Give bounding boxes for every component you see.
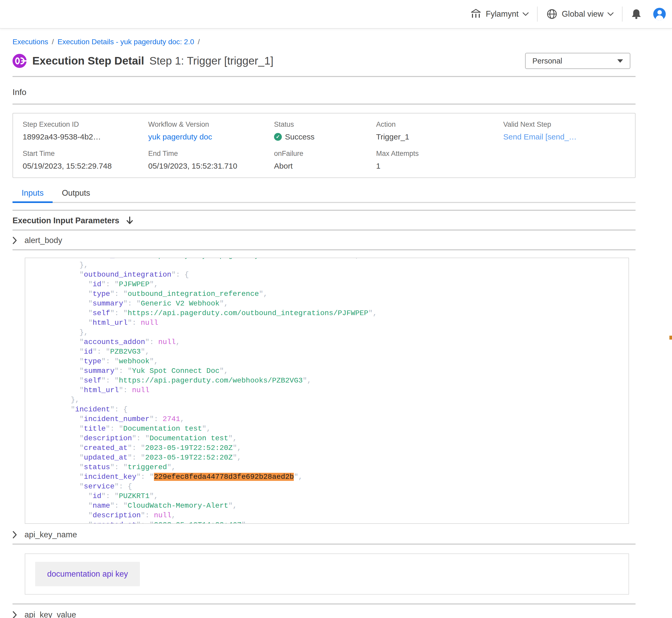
org-switcher-label: Fylamynt [486,9,519,19]
input-params-heading: Execution Input Parameters [12,216,119,225]
page-title: Execution Step Detail [32,53,144,69]
info-field-workflow-version: Workflow & Versionyuk pagerduty doc [148,120,274,141]
scope-select[interactable]: Personal [525,53,630,69]
info-field-start-time: Start Time05/19/2023, 15:52:29.748 [23,149,148,171]
api-key-name-value-box: documentation api key [25,553,629,595]
breadcrumb: Executions / Execution Details - yuk pag… [12,29,636,46]
info-field-label: End Time [148,149,274,158]
info-field-value: 1 [376,161,503,171]
section-alert-body[interactable]: alert_body [12,235,636,246]
info-field-label: Valid Next Step [503,120,635,128]
info-field-value[interactable]: yuk pagerduty doc [148,132,274,141]
tabs: InputsOutputs [12,187,636,203]
divider [12,210,636,211]
divider [12,543,636,545]
institution-icon [470,8,482,20]
org-switcher[interactable]: Fylamynt [461,8,537,20]
page-subtitle: Step 1: Trigger [trigger_1] [149,53,273,69]
info-grid: Step Execution ID18992a43-9538-4b2…Workf… [23,120,635,171]
info-field-label: Workflow & Version [148,120,274,128]
download-arrow-icon[interactable] [125,216,134,225]
top-header-bar: Fylamynt Global view [0,0,672,29]
notifications-button[interactable] [622,8,650,20]
chevron-right-icon [12,611,17,618]
input-params-heading-row: Execution Input Parameters [12,215,636,226]
info-field-label: Status [274,120,376,128]
chevron-right-icon [12,531,17,539]
step-type-icon [12,54,26,68]
section-label-alert-body: alert_body [24,236,62,245]
breadcrumb-link-execution-details[interactable]: Execution Details - yuk pagerduty doc: 2… [58,37,194,46]
info-field-step-execution-id: Step Execution ID18992a43-9538-4b2… [23,120,148,141]
info-heading: Info [12,87,636,97]
bell-icon [630,8,642,20]
tab-inputs[interactable]: Inputs [12,187,53,203]
info-field-value: 05/19/2023, 15:52:31.710 [148,161,274,171]
info-field-action: ActionTrigger_1 [376,120,503,141]
info-field-label: Action [376,120,503,128]
divider [12,76,636,77]
divider [12,229,636,230]
info-card: Step Execution ID18992a43-9538-4b2…Workf… [12,113,636,178]
title-row: Execution Step Detail Step 1: Trigger [t… [12,53,636,69]
divider [12,104,636,105]
chevron-down-icon [522,12,529,16]
section-api-key-value[interactable]: api_key_value [12,610,636,618]
divider [12,603,636,605]
avatar-head-shape [657,10,662,15]
dropdown-arrow-icon [617,59,623,63]
breadcrumb-separator: / [198,37,200,46]
info-field-valid-next-step: Valid Next StepSend Email [send_… [503,120,635,141]
success-check-icon: ✓ [274,133,282,141]
info-field-max-attempts: Max Attempts1 [376,149,503,171]
info-field-label: Start Time [23,149,148,158]
chevron-right-icon [12,236,17,244]
breadcrumb-link-executions[interactable]: Executions [12,37,48,46]
section-api-key-name[interactable]: api_key_name [12,529,636,540]
info-field-label: Max Attempts [376,149,503,158]
breadcrumb-separator: / [52,37,54,46]
chevron-down-icon [607,12,614,16]
section-label-api-key-value: api_key_value [24,610,76,618]
info-field-status: Status✓Success [274,120,376,141]
main-content: Executions / Execution Details - yuk pag… [0,29,672,618]
info-field-value: Trigger_1 [376,132,503,141]
api-key-name-chip[interactable]: documentation api key [35,562,140,586]
info-field-label: Step Execution ID [23,120,148,128]
scrollbar-search-marker[interactable] [669,336,672,339]
avatar-torso-shape [656,15,663,20]
divider [12,249,636,250]
info-field-value: 05/19/2023, 15:52:29.748 [23,161,148,171]
json-code: "html_url": "https://fylamynt.pagerduty.… [25,258,628,524]
section-label-api-key-name: api_key_name [24,530,77,539]
info-field-value: 18992a43-9538-4b2… [23,132,148,141]
info-field-label: onFailure [274,149,376,158]
json-viewer[interactable]: "html_url": "https://fylamynt.pagerduty.… [25,258,629,524]
info-field-end-time: End Time05/19/2023, 15:52:31.710 [148,149,274,171]
user-avatar[interactable] [653,8,666,20]
globe-icon [546,8,558,20]
tab-outputs[interactable]: Outputs [53,187,99,203]
view-switcher[interactable]: Global view [537,8,622,20]
info-field-onfailure: onFailureAbort [274,149,376,171]
info-field-value: Abort [274,161,376,171]
header-actions: Fylamynt Global view [461,0,672,28]
info-field-value: ✓Success [274,132,376,141]
scope-select-value: Personal [532,57,562,65]
info-field-value[interactable]: Send Email [send_… [503,132,635,141]
view-switcher-label: Global view [562,9,603,19]
